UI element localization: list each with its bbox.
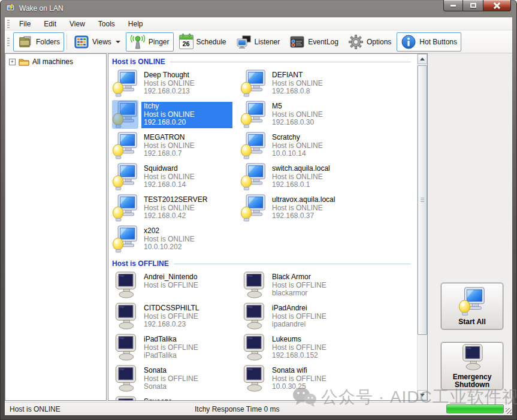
host-online-icon — [240, 69, 267, 98]
host-name: Itchy — [144, 102, 230, 111]
host-status: Host is ONLINE — [272, 111, 323, 119]
options-icon — [348, 34, 364, 50]
menu-item-view[interactable]: View — [63, 18, 92, 30]
host-online-icon — [240, 194, 267, 222]
toolbar-button-pinger[interactable]: Pinger — [126, 32, 174, 52]
menu-item-edit[interactable]: Edit — [37, 18, 63, 30]
scroll-up-button[interactable] — [418, 54, 427, 64]
host-item[interactable]: switch.aquila.localHost is ONLINE192.168… — [240, 161, 417, 192]
host-offline-icon — [240, 333, 267, 362]
host-offline-icon — [112, 395, 138, 400]
host-item[interactable]: iPadAndreiHost is OFFLINEipadandrei — [240, 301, 417, 332]
host-item[interactable]: SqueezeHost is OFFLINE — [112, 394, 240, 400]
host-status: Host is ONLINE — [144, 80, 195, 88]
toolbar-button-options[interactable]: Options — [344, 32, 395, 52]
host-offline-icon — [112, 364, 138, 393]
menu-item-file[interactable]: File — [13, 18, 37, 30]
host-item[interactable]: Deep ThoughtHost is ONLINE192.168.0.213 — [112, 68, 240, 99]
toolbar-button-schedule[interactable]: 26Schedule — [175, 32, 231, 52]
host-name: iPadTalika — [144, 336, 198, 344]
host-item[interactable]: M5Host is ONLINE192.168.0.30 — [240, 99, 417, 130]
host-item[interactable]: MEGATRONHost is ONLINE192.168.0.7 — [112, 130, 240, 161]
status-bar: Host is ONLINE Itchy Response Time 0 ms — [5, 402, 512, 415]
host-address: 192.168.0.1 — [272, 181, 330, 189]
host-item[interactable]: iPadTalikaHost is OFFLINEiPadTalika — [112, 332, 240, 363]
host-address: 10.0.30.25 — [272, 383, 326, 391]
start-all-button[interactable]: Start All — [441, 283, 503, 330]
host-name: Deep Thought — [144, 71, 195, 80]
resize-grip[interactable] — [506, 408, 512, 414]
host-item[interactable]: Sonata wifiHost is OFFLINE10.0.30.25 — [240, 363, 417, 394]
host-online-icon — [112, 131, 138, 160]
host-online-icon — [112, 194, 138, 222]
toolbar-grip[interactable] — [7, 38, 10, 46]
host-address: blackarmor — [272, 289, 326, 298]
host-item[interactable]: SonataHost is OFFLINESonata — [112, 363, 240, 394]
tree-item-label: All machines — [32, 58, 73, 66]
host-text: iPadAndreiHost is OFFLINEipadandrei — [270, 304, 329, 330]
toolbar-button-views[interactable]: Views — [69, 32, 125, 52]
host-online-icon — [240, 131, 267, 160]
vertical-scrollbar[interactable] — [417, 54, 427, 400]
host-online-icon — [112, 194, 138, 222]
minimize-button[interactable] — [443, 0, 463, 11]
host-address: 192.168.0.23 — [144, 321, 199, 329]
menu-item-help[interactable]: Help — [122, 18, 150, 30]
host-address: 192.168.0.20 — [144, 119, 230, 127]
host-text: TEST2012SERVERHost is ONLINE192.168.0.42 — [141, 195, 210, 222]
menubar-grip[interactable] — [7, 20, 10, 28]
schedule-icon-ring — [189, 34, 191, 37]
schedule-icon: 26 — [179, 35, 194, 49]
host-item[interactable]: x202Host is ONLINE10.0.10.202 — [112, 223, 240, 255]
maximize-button[interactable] — [463, 0, 483, 11]
host-item[interactable]: SquidwardHost is ONLINE192.168.0.14 — [112, 161, 240, 192]
menu-item-tools[interactable]: Tools — [92, 18, 122, 30]
host-item[interactable]: Black ArmorHost is OFFLINEblackarmor — [240, 270, 417, 301]
host-item[interactable]: Andrei_NintendoHost is OFFLINE — [112, 270, 240, 301]
toolbar-button-folders[interactable]: Folders — [13, 32, 64, 52]
host-item[interactable]: TEST2012SERVERHost is ONLINE192.168.0.42 — [112, 192, 240, 223]
scroll-down-button[interactable] — [418, 390, 427, 400]
host-online-icon — [240, 162, 267, 191]
host-item[interactable]: LukeumsHost is OFFLINE192.168.0.152 — [240, 332, 417, 363]
tree-item-all-machines[interactable]: + All machines — [5, 54, 106, 67]
host-item[interactable]: ItchyHost is ONLINE192.168.0.20 — [112, 99, 240, 130]
host-online-icon — [240, 131, 267, 160]
schedule-day-badge: 26 — [180, 40, 193, 47]
emergency-shutdown-icon — [458, 343, 486, 371]
toolbar-button-eventlog[interactable]: EventLog — [285, 32, 343, 52]
scrollbar-thumb[interactable] — [418, 65, 427, 335]
group-header-offline: Host is OFFLINE — [112, 259, 415, 268]
toolbar-button-listener[interactable]: Listener — [232, 32, 285, 52]
group-header-label: Host is OFFLINE — [112, 259, 169, 268]
host-text: ItchyHost is ONLINE192.168.0.20 — [141, 102, 232, 128]
host-text: switch.aquila.localHost is ONLINE192.168… — [270, 164, 332, 191]
close-button[interactable] — [483, 0, 511, 11]
host-text: Sonata wifiHost is OFFLINE10.0.30.25 — [270, 366, 329, 392]
host-offline-icon — [112, 364, 138, 393]
host-item[interactable]: ScratchyHost is ONLINE10.0.10.14 — [240, 130, 417, 161]
toolbar-button-label: Schedule — [196, 38, 226, 46]
host-text: LukeumsHost is OFFLINE192.168.0.152 — [270, 335, 329, 361]
host-online-icon — [240, 69, 267, 98]
host-address: Sonata — [144, 383, 198, 391]
host-name: Black Armor — [272, 273, 326, 282]
host-item[interactable]: ultravox.aquila.localHost is ONLINE192.1… — [240, 192, 417, 223]
title-bar: Wake on LAN — [0, 0, 517, 17]
toolbar-button-label: EventLog — [308, 38, 338, 46]
hot-buttons-icon — [401, 34, 416, 50]
eventlog-icon — [289, 34, 305, 50]
host-online-icon — [112, 100, 138, 129]
host-text: SonataHost is OFFLINESonata — [141, 366, 201, 392]
emergency-shutdown-button[interactable]: Emergency Shutdown — [441, 342, 503, 390]
start-all-label: Start All — [458, 318, 486, 326]
host-offline-icon — [240, 364, 267, 393]
toolbar-button-hot-buttons[interactable]: Hot Buttons — [397, 32, 461, 52]
host-item[interactable]: CITDCSSPHILTLHost is OFFLINE192.168.0.23 — [112, 301, 240, 332]
expand-icon[interactable]: + — [9, 59, 16, 65]
host-status: Host is ONLINE — [144, 173, 195, 182]
host-address: 192.168.0.42 — [144, 212, 208, 220]
schedule-icon-band — [180, 35, 193, 40]
host-item[interactable]: DEFIANTHost is ONLINE192.168.0.8 — [240, 68, 417, 99]
host-list: Host is ONLINEDeep ThoughtHost is ONLINE… — [108, 54, 417, 400]
